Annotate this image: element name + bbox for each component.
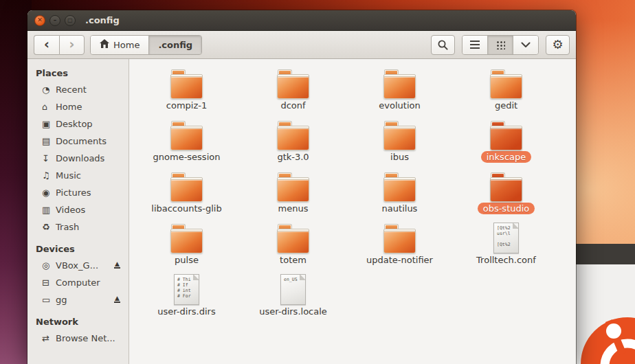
- file-item-label: libaccounts-glib: [146, 203, 227, 214]
- desktop-icon: ▣: [42, 119, 56, 129]
- folder-icon: [277, 115, 309, 150]
- file-item-compiz-1[interactable]: compiz-1: [133, 64, 240, 115]
- file-item-ibus[interactable]: ibus: [346, 115, 453, 167]
- view-options-button[interactable]: [513, 36, 538, 54]
- file-item-libaccounts-glib[interactable]: libaccounts-glib: [133, 167, 240, 218]
- file-item-menus[interactable]: menus: [240, 167, 346, 218]
- camera-icon: ◉: [42, 187, 56, 198]
- file-icon: [Qt%2usr\l [Qt%2: [493, 218, 519, 253]
- back-button[interactable]: ‹: [34, 35, 59, 55]
- nav-buttons: ‹ ›: [34, 35, 85, 55]
- sidebar-item-videos[interactable]: ▥Videos: [27, 201, 129, 218]
- forward-button[interactable]: ›: [59, 35, 85, 55]
- folder-icon: [490, 115, 522, 150]
- sidebar-item-label: Home: [56, 102, 82, 112]
- search-button[interactable]: [431, 35, 455, 55]
- computer-icon: ⊟: [42, 277, 56, 288]
- folder-icon: [170, 64, 203, 99]
- titlebar[interactable]: ✕ – ▢ .config: [27, 10, 576, 31]
- file-item-user-dirs-dirs[interactable]: # Thi# If# int# Foruser-dirs.dirs: [133, 270, 240, 321]
- folder-icon: [383, 167, 416, 202]
- toolbar-right-cluster: ⚙: [431, 35, 570, 55]
- file-item-evolution[interactable]: evolution: [346, 64, 453, 115]
- sidebar-item-label: Computer: [56, 277, 100, 288]
- gear-icon: ⚙: [552, 38, 563, 51]
- search-icon: [437, 39, 449, 51]
- folder-icon: [170, 167, 203, 202]
- sidebar-section-header: Network: [27, 313, 129, 330]
- file-item-update-notifier[interactable]: update-notifier: [346, 218, 453, 270]
- clock-icon: ◔: [42, 84, 56, 95]
- sidebar: Places◔Recent⌂Home▣Desktop▤Documents↧Dow…: [27, 59, 129, 364]
- file-item-trolltech-conf[interactable]: [Qt%2usr\l [Qt%2Trolltech.conf: [453, 218, 559, 270]
- file-item-label: user-dirs.locale: [254, 306, 333, 317]
- sidebar-item-label: Documents: [56, 136, 107, 146]
- file-grid[interactable]: compiz-1dconfevolutiongeditgnome-session…: [129, 59, 576, 364]
- file-icon: # Thi# If# int# For: [174, 270, 199, 305]
- sidebar-item-gg[interactable]: ▭gg▲: [27, 291, 129, 308]
- breadcrumb: Home .config: [90, 35, 202, 55]
- sidebar-item-home[interactable]: ⌂Home: [27, 98, 129, 115]
- network-icon: ⇄: [42, 333, 56, 343]
- folder-icon: [383, 218, 416, 253]
- folder-icon: [170, 218, 203, 253]
- file-item-label: user-dirs.dirs: [152, 306, 221, 317]
- sidebar-item-browse-net[interactable]: ⇄Browse Net...: [27, 330, 129, 347]
- breadcrumb-home[interactable]: Home: [91, 36, 148, 54]
- file-item-totem[interactable]: totem: [240, 218, 346, 270]
- sidebar-item-label: gg: [56, 295, 67, 305]
- folder-icon: [383, 64, 416, 99]
- breadcrumb-config-label: .config: [158, 40, 192, 50]
- file-item-gtk-3-0[interactable]: gtk-3.0: [240, 115, 346, 167]
- sidebar-item-label: Downloads: [56, 153, 104, 163]
- window-content: Places◔Recent⌂Home▣Desktop▤Documents↧Dow…: [27, 59, 576, 364]
- sidebar-item-computer[interactable]: ⊟Computer: [27, 274, 129, 291]
- file-item-label: evolution: [373, 100, 425, 111]
- sidebar-item-trash[interactable]: ♻Trash: [27, 218, 129, 236]
- file-item-gnome-session[interactable]: gnome-session: [133, 115, 240, 167]
- window-title: .config: [85, 15, 120, 25]
- background-window-titlebar: [572, 244, 635, 264]
- sidebar-item-label: VBox_G...: [56, 260, 98, 271]
- sidebar-item-label: Music: [56, 170, 81, 181]
- close-button[interactable]: ✕: [34, 15, 45, 26]
- file-item-label: totem: [274, 254, 312, 266]
- home-icon: ⌂: [42, 102, 56, 112]
- home-icon: [100, 39, 109, 50]
- file-item-user-dirs-locale[interactable]: en_USuser-dirs.locale: [240, 270, 346, 321]
- sidebar-item-label: Recent: [56, 84, 87, 95]
- file-manager-window: ✕ – ▢ .config ‹ › Home .config: [27, 10, 576, 364]
- breadcrumb-config[interactable]: .config: [148, 36, 201, 54]
- view-switcher: [462, 35, 539, 55]
- trash-icon: ♻: [42, 222, 56, 232]
- sidebar-item-desktop[interactable]: ▣Desktop: [27, 115, 129, 133]
- background-window-panel: [572, 264, 635, 364]
- list-view-button[interactable]: [463, 36, 487, 54]
- grid-view-button[interactable]: [487, 36, 513, 54]
- file-item-obs-studio[interactable]: obs-studio: [453, 167, 559, 218]
- folder-icon: [490, 167, 522, 202]
- file-item-label: dconf: [275, 100, 311, 111]
- file-item-gedit[interactable]: gedit: [453, 64, 559, 115]
- minimize-button[interactable]: –: [49, 15, 60, 26]
- sidebar-item-recent[interactable]: ◔Recent: [27, 81, 129, 98]
- music-note-icon: ♫: [42, 170, 56, 181]
- eject-button[interactable]: ▲: [114, 261, 120, 269]
- file-item-label: Trolltech.conf: [471, 254, 542, 266]
- sidebar-item-pictures[interactable]: ◉Pictures: [27, 184, 129, 201]
- settings-button[interactable]: ⚙: [546, 35, 570, 55]
- eject-button[interactable]: ▲: [114, 295, 120, 303]
- file-item-pulse[interactable]: pulse: [133, 218, 240, 270]
- sidebar-item-music[interactable]: ♫Music: [27, 167, 129, 184]
- file-item-nautilus[interactable]: nautilus: [346, 167, 453, 218]
- sidebar-item-documents[interactable]: ▤Documents: [27, 133, 129, 150]
- maximize-button[interactable]: ▢: [65, 15, 76, 26]
- file-item-label: update-notifier: [361, 254, 438, 266]
- file-item-inkscape[interactable]: inkscape: [453, 115, 559, 167]
- file-item-dconf[interactable]: dconf: [240, 64, 346, 115]
- sidebar-item-vbox-g[interactable]: ◎VBox_G...▲: [27, 257, 129, 274]
- sidebar-item-downloads[interactable]: ↧Downloads: [27, 150, 129, 167]
- folder-icon: [277, 218, 309, 253]
- sidebar-item-label: Trash: [56, 222, 79, 232]
- folder-icon: [277, 167, 309, 202]
